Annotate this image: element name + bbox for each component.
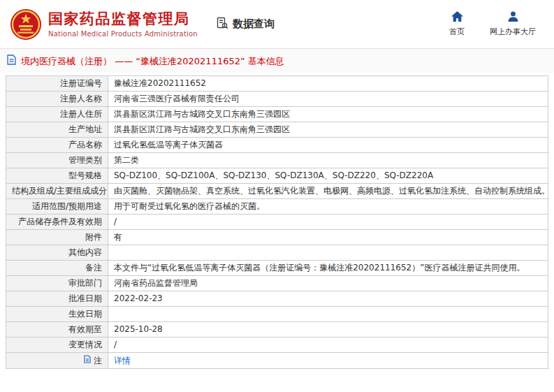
field-label: 生产地址	[6, 122, 108, 138]
field-value: 淇县新区淇江路与古城路交叉口东南角三强园区	[108, 122, 548, 138]
table-row: 备注 本文件与“过氧化氢低温等离子体灭菌器（注册证编号：豫械注准20202111…	[6, 261, 548, 276]
field-value: 淇县新区淇江路与古城路交叉口东南角三强园区	[108, 107, 548, 122]
table-row: 批准日期 2022-02-23	[6, 291, 548, 307]
detail-link[interactable]: 详情	[114, 356, 131, 365]
field-value: 2022-02-23	[108, 291, 548, 307]
top-nav: 首页 网上办事大厅	[445, 11, 536, 37]
field-value: 本文件与“过氧化氢低温等离子体灭菌器（注册证编号：豫械注准20202111652…	[108, 261, 548, 276]
field-value: 用于可耐受过氧化氢的医疗器械的灭菌。	[108, 199, 548, 215]
field-value: /	[108, 337, 548, 353]
table-row: 产品名称 过氧化氢低温等离子体灭菌器	[6, 138, 548, 153]
nav-item-home[interactable]: 首页	[445, 11, 469, 37]
table-row: 生产地址 淇县新区淇江路与古城路交叉口东南角三强园区	[6, 122, 548, 138]
table-row: 注册人名称 河南省三强医疗器械有限责任公司	[6, 92, 548, 107]
home-icon	[451, 11, 463, 24]
tab-data-query[interactable]: 数据查询	[216, 17, 275, 32]
nav-item-service-hall-label: 网上办事大厅	[490, 27, 536, 37]
agency-name-cn: 国家药品监督管理局	[48, 10, 198, 27]
field-label: 注册人住所	[6, 107, 108, 122]
field-value: 有	[108, 230, 548, 245]
data-query-icon	[216, 17, 228, 32]
field-value: 第二类	[108, 153, 548, 168]
registration-detail-table: 注册证编号 豫械注准20202111652 注册人名称 河南省三强医疗器械有限责…	[6, 75, 548, 369]
table-row: 附件 有	[6, 230, 548, 245]
field-value: 河南省三强医疗器械有限责任公司	[108, 92, 548, 107]
field-value	[108, 307, 548, 322]
tab-data-query-label: 数据查询	[233, 17, 275, 31]
table-row: 有效期至 2025-10-28	[6, 322, 548, 337]
field-label: 附件	[6, 230, 108, 245]
national-emblem-icon	[10, 8, 42, 41]
agency-brand: 国家药品监督管理局 National Medical Products Admi…	[10, 8, 198, 41]
field-value: 过氧化氢低温等离子体灭菌器	[108, 138, 548, 153]
note-icon	[84, 355, 91, 366]
field-value: SQ-DZ100、SQ-DZ100A、SQ-DZ130、SQ-DZ130A、SQ…	[108, 168, 548, 184]
field-value: 河南省药品监督管理局	[108, 276, 548, 291]
field-value: 豫械注准20202111652	[108, 76, 548, 92]
field-label: 有效期至	[6, 322, 108, 337]
field-label: 注册证编号	[6, 76, 108, 92]
page-title: 境内医疗器械（注册） —— “豫械注准20202111652” 基本信息	[21, 55, 284, 68]
page-title-bar: 境内医疗器械（注册） —— “豫械注准20202111652” 基本信息	[0, 49, 554, 73]
table-row: 结构及组成/主要组成成分 由灭菌舱、灭菌物品架、真空系统、过氧化氢汽化装置、电极…	[6, 184, 548, 199]
field-label: 其他内容	[6, 245, 108, 261]
table-row: 变更情况 /	[6, 337, 548, 353]
field-label: 备注	[6, 261, 108, 276]
field-label: 批准日期	[6, 291, 108, 307]
field-value: 由灭菌舱、灭菌物品架、真空系统、过氧化氢汽化装置、电极网、高频电源、过氧化氢加注…	[108, 184, 548, 199]
field-label: 变更情况	[6, 337, 108, 353]
table-row: 注册证编号 豫械注准20202111652	[6, 76, 548, 92]
person-icon	[507, 11, 519, 24]
table-row: 管理类别 第二类	[6, 153, 548, 168]
field-label: 管理类别	[6, 153, 108, 168]
header: 国家药品监督管理局 National Medical Products Admi…	[0, 0, 554, 49]
field-label: 审批部门	[6, 276, 108, 291]
table-row: 型号规格 SQ-DZ100、SQ-DZ100A、SQ-DZ130、SQ-DZ13…	[6, 168, 548, 184]
field-value: 2025-10-28	[108, 322, 548, 337]
nav-item-service-hall[interactable]: 网上办事大厅	[490, 11, 536, 37]
agency-name-en: National Medical Products Administration	[48, 30, 198, 38]
agency-name-block: 国家药品监督管理局 National Medical Products Admi…	[48, 10, 198, 37]
table-row: 注册人住所 淇县新区淇江路与古城路交叉口东南角三强园区	[6, 107, 548, 122]
field-label: 产品储存条件及有效期	[6, 215, 108, 230]
field-label: 结构及组成/主要组成成分	[6, 184, 108, 199]
table-row: 注 详情	[6, 353, 548, 369]
field-label: 注册人名称	[6, 92, 108, 107]
table-row: 适用范围/预期用途 用于可耐受过氧化氢的医疗器械的灭菌。	[6, 199, 548, 215]
field-label: 注	[6, 353, 108, 369]
document-icon	[7, 55, 16, 68]
table-row: 审批部门 河南省药品监督管理局	[6, 276, 548, 291]
field-value: 详情	[108, 353, 548, 369]
field-value: /	[108, 215, 548, 230]
field-label: 产品名称	[6, 138, 108, 153]
table-row: 其他内容	[6, 245, 548, 261]
table-row: 产品储存条件及有效期 /	[6, 215, 548, 230]
field-label: 型号规格	[6, 168, 108, 184]
field-value	[108, 245, 548, 261]
nav-item-home-label: 首页	[449, 27, 465, 37]
field-label: 生效日期	[6, 307, 108, 322]
field-label-text: 注	[94, 356, 102, 366]
table-row: 生效日期	[6, 307, 548, 322]
field-label: 适用范围/预期用途	[6, 199, 108, 215]
